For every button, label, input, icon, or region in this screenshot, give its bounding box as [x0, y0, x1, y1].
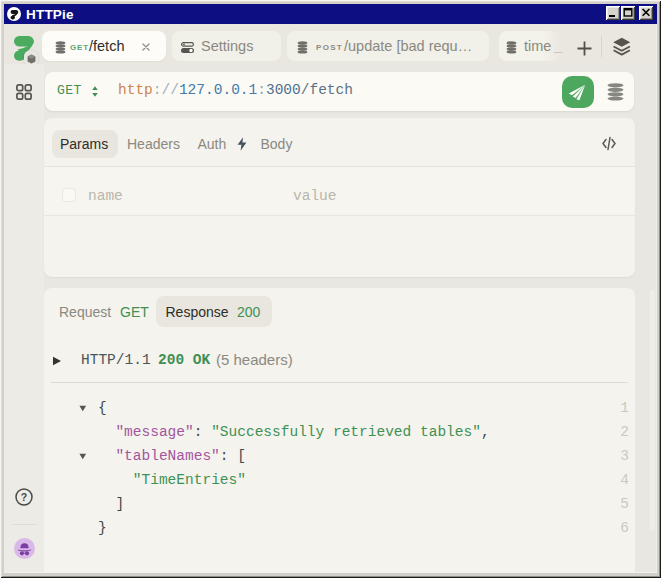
svg-text:?: ? [21, 491, 27, 503]
